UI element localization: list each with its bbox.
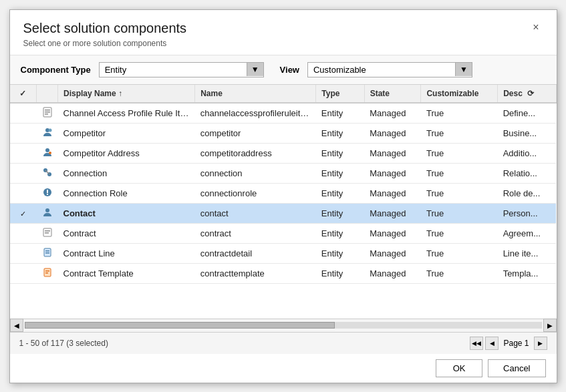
- row-entity-icon: [37, 243, 58, 263]
- table-row[interactable]: Contract LinecontractdetailEntityManaged…: [10, 243, 557, 263]
- row-desc: Agreem...: [498, 223, 556, 243]
- table-row[interactable]: CompetitorcompetitorEntityManagedTrueBus…: [10, 123, 557, 143]
- table-row[interactable]: Competitor AddresscompetitoraddressEntit…: [10, 143, 557, 163]
- row-type: Entity: [316, 223, 364, 243]
- row-type: Entity: [316, 163, 364, 183]
- row-type: Entity: [316, 183, 364, 203]
- row-check[interactable]: [10, 103, 37, 124]
- row-desc: Define...: [498, 103, 556, 124]
- scroll-thumb[interactable]: [25, 322, 335, 329]
- refresh-icon[interactable]: ⟳: [527, 89, 534, 98]
- component-type-select[interactable]: Entity ▼: [99, 62, 264, 77]
- ok-button[interactable]: OK: [436, 359, 482, 377]
- svg-rect-20: [45, 252, 49, 254]
- row-customizable: True: [421, 143, 498, 163]
- row-desc: Templa...: [498, 263, 556, 283]
- cancel-button[interactable]: Cancel: [488, 359, 545, 377]
- row-customizable: True: [421, 263, 498, 283]
- bottom-section: 1 - 50 of 117 (3 selected) ◀◀ ◀ Page 1 ▶…: [10, 332, 557, 383]
- close-button[interactable]: ×: [529, 21, 543, 34]
- row-check[interactable]: [10, 183, 37, 203]
- title-section: Select solution components Select one or…: [23, 21, 187, 48]
- svg-rect-3: [45, 114, 48, 115]
- scroll-right-button[interactable]: ▶: [543, 319, 557, 332]
- row-display_name: Contact: [58, 203, 195, 223]
- col-display-name[interactable]: Display Name ↑: [58, 85, 195, 103]
- row-check[interactable]: [10, 243, 37, 263]
- row-entity-icon: [37, 183, 58, 203]
- row-customizable: True: [421, 223, 498, 243]
- row-type: Entity: [316, 203, 364, 223]
- scroll-track: [25, 322, 542, 329]
- row-entity-icon: [37, 263, 58, 283]
- row-check[interactable]: [10, 263, 37, 283]
- row-name: channelaccessprofileruleite...: [195, 103, 316, 124]
- component-type-value: Entity: [100, 63, 247, 77]
- row-customizable: True: [421, 103, 498, 124]
- col-state[interactable]: State: [364, 85, 421, 103]
- view-label: View: [280, 65, 299, 75]
- svg-rect-12: [47, 190, 48, 193]
- pagination-controls: ◀◀ ◀ Page 1 ▶: [470, 337, 547, 350]
- row-state: Managed: [364, 123, 421, 143]
- row-state: Managed: [364, 263, 421, 283]
- svg-rect-22: [45, 270, 49, 272]
- row-name: contact: [195, 203, 316, 223]
- footer-info: 1 - 50 of 117 (3 selected): [19, 339, 108, 348]
- col-name[interactable]: Name: [195, 85, 316, 103]
- view-dropdown-icon[interactable]: ▼: [455, 63, 472, 76]
- row-entity-icon: [37, 203, 58, 223]
- row-check[interactable]: [10, 223, 37, 243]
- row-type: Entity: [316, 263, 364, 283]
- svg-rect-16: [45, 230, 50, 232]
- horizontal-scrollbar: ◀ ▶: [10, 319, 557, 332]
- row-state: Managed: [364, 203, 421, 223]
- row-desc: Line ite...: [498, 243, 556, 263]
- col-type[interactable]: Type: [316, 85, 364, 103]
- col-check: ✓: [10, 85, 37, 103]
- page-label: Page 1: [503, 339, 529, 348]
- table-row[interactable]: ✓ContactcontactEntityManagedTruePerson..…: [10, 203, 557, 223]
- col-customizable[interactable]: Customizable: [421, 85, 498, 103]
- prev-page-button[interactable]: ◀: [485, 337, 499, 350]
- row-state: Managed: [364, 223, 421, 243]
- row-type: Entity: [316, 123, 364, 143]
- table-row[interactable]: Connection RoleconnectionroleEntityManag…: [10, 183, 557, 203]
- row-name: connection: [195, 163, 316, 183]
- row-desc: Person...: [498, 203, 556, 223]
- dialog-subtitle: Select one or more solution components: [23, 39, 187, 48]
- next-page-button[interactable]: ▶: [534, 337, 547, 350]
- row-check[interactable]: [10, 143, 37, 163]
- row-customizable: True: [421, 183, 498, 203]
- table-row[interactable]: ContractcontractEntityManagedTrueAgreem.…: [10, 223, 557, 243]
- row-type: Entity: [316, 103, 364, 124]
- component-type-dropdown-icon[interactable]: ▼: [247, 63, 263, 76]
- row-display_name: Channel Access Profile Rule Item: [58, 103, 195, 124]
- scroll-left-button[interactable]: ◀: [10, 319, 23, 332]
- row-check[interactable]: ✓: [10, 203, 37, 223]
- row-entity-icon: [37, 103, 58, 124]
- table-row[interactable]: Channel Access Profile Rule Itemchannela…: [10, 103, 557, 124]
- row-entity-icon: [37, 123, 58, 143]
- row-display_name: Contract Template: [58, 263, 195, 283]
- row-state: Managed: [364, 103, 421, 124]
- view-select[interactable]: Customizable ▼: [307, 62, 472, 77]
- table-row[interactable]: Contract TemplatecontracttemplateEntityM…: [10, 263, 557, 283]
- row-display_name: Contract: [58, 223, 195, 243]
- row-display_name: Contract Line: [58, 243, 195, 263]
- footer-row: 1 - 50 of 117 (3 selected) ◀◀ ◀ Page 1 ▶: [10, 333, 557, 354]
- col-desc[interactable]: Desc ⟳: [498, 85, 556, 103]
- row-name: competitor: [195, 123, 316, 143]
- svg-point-14: [45, 208, 49, 212]
- first-page-button[interactable]: ◀◀: [470, 337, 483, 350]
- svg-rect-19: [45, 250, 49, 252]
- table-body: Channel Access Profile Rule Itemchannela…: [10, 103, 557, 284]
- svg-point-7: [49, 152, 51, 154]
- table-row[interactable]: ConnectionconnectionEntityManagedTrueRel…: [10, 163, 557, 183]
- row-display_name: Competitor: [58, 123, 195, 143]
- row-check[interactable]: [10, 123, 37, 143]
- svg-point-6: [45, 148, 49, 152]
- row-desc: Busine...: [498, 123, 556, 143]
- row-check[interactable]: [10, 163, 37, 183]
- row-type: Entity: [316, 243, 364, 263]
